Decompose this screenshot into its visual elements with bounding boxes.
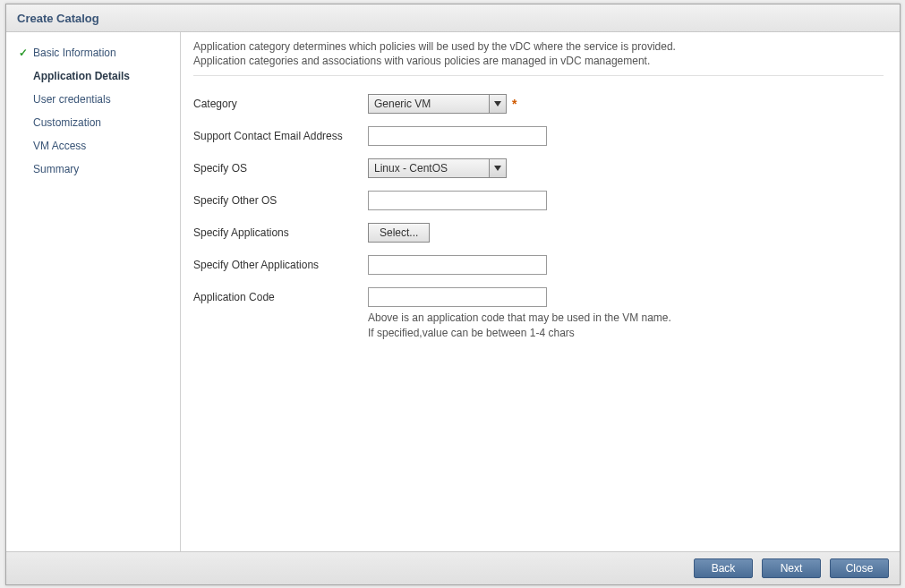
required-asterisk-icon: * <box>512 97 517 111</box>
dialog-body: ✓ Basic Information Application Details … <box>6 32 900 551</box>
category-dropdown[interactable]: Generic VM <box>368 94 507 114</box>
label-category: Category <box>193 98 368 110</box>
row-category: Category Generic VM * <box>193 94 884 114</box>
close-button[interactable]: Close <box>830 558 889 578</box>
other-os-input[interactable] <box>368 191 547 210</box>
row-application-code-hint: Above is an application code that may be… <box>193 311 884 341</box>
label-applications: Specify Applications <box>193 226 368 239</box>
wizard-step-customization[interactable]: Customization <box>13 111 175 134</box>
row-support-email: Support Contact Email Address <box>193 126 884 146</box>
dialog-footer: Back Next Close <box>6 551 900 584</box>
row-other-applications: Specify Other Applications <box>193 255 884 275</box>
label-application-code: Application Code <box>193 291 368 303</box>
wizard-step-application-details[interactable]: Application Details <box>13 64 175 88</box>
wizard-step-label: VM Access <box>33 140 86 152</box>
label-support-email: Support Contact Email Address <box>193 130 368 142</box>
hint-line: Above is an application code that may be… <box>368 311 671 326</box>
wizard-step-label: Basic Information <box>33 47 116 59</box>
intro-line: Application categories and associations … <box>193 54 884 68</box>
main-content: Application category determines which po… <box>181 32 900 551</box>
wizard-sidebar: ✓ Basic Information Application Details … <box>6 32 181 551</box>
dialog: Create Catalog ✓ Basic Information Appli… <box>5 4 901 585</box>
os-dropdown[interactable]: Linux - CentOS <box>368 158 507 178</box>
os-value: Linux - CentOS <box>369 159 489 177</box>
intro-line: Application category determines which po… <box>193 39 884 54</box>
other-applications-input[interactable] <box>368 255 547 275</box>
wizard-step-vm-access[interactable]: VM Access <box>13 134 175 158</box>
dialog-title-text: Create Catalog <box>17 12 99 25</box>
wizard-step-label: Summary <box>33 163 79 175</box>
intro-text: Application category determines which po… <box>193 39 884 76</box>
row-os: Specify OS Linux - CentOS <box>193 158 884 178</box>
wizard-step-user-credentials[interactable]: User credentials <box>13 88 175 111</box>
row-other-os: Specify Other OS <box>193 191 884 210</box>
wizard-step-summary[interactable]: Summary <box>13 158 175 181</box>
category-value: Generic VM <box>369 95 489 113</box>
next-button[interactable]: Next <box>762 558 821 578</box>
back-button[interactable]: Back <box>694 558 753 578</box>
select-applications-button[interactable]: Select... <box>368 223 430 243</box>
svg-marker-1 <box>494 166 501 171</box>
wizard-step-label: User credentials <box>33 93 111 106</box>
row-applications: Specify Applications Select... <box>193 223 884 243</box>
application-code-input[interactable] <box>368 287 547 307</box>
check-icon: ✓ <box>19 47 33 59</box>
wizard-step-label: Customization <box>33 116 101 129</box>
label-os: Specify OS <box>193 162 368 175</box>
wizard-step-label: Application Details <box>33 70 130 82</box>
application-code-hint: Above is an application code that may be… <box>368 311 671 341</box>
row-application-code: Application Code <box>193 287 884 307</box>
support-email-input[interactable] <box>368 126 547 146</box>
dialog-title: Create Catalog <box>6 4 900 32</box>
label-other-os: Specify Other OS <box>193 194 368 207</box>
hint-line: If specified,value can be between 1-4 ch… <box>368 326 671 341</box>
label-other-applications: Specify Other Applications <box>193 259 368 271</box>
chevron-down-icon <box>489 159 506 177</box>
wizard-step-basic-information[interactable]: ✓ Basic Information <box>13 41 175 64</box>
svg-marker-0 <box>494 101 501 107</box>
chevron-down-icon <box>489 95 506 113</box>
